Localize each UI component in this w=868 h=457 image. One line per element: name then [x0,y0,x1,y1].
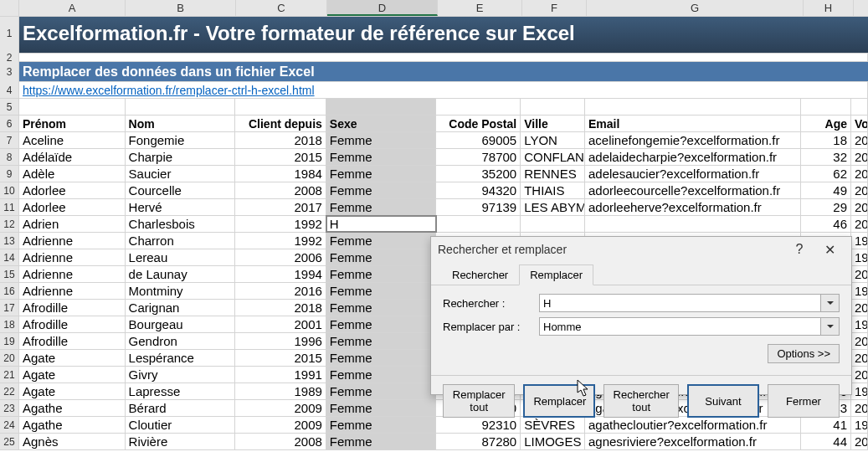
cell[interactable]: 32 [801,149,851,165]
col-header-E[interactable]: E [438,0,522,16]
cell[interactable]: LES ABYMES [521,199,585,215]
cell[interactable]: Lapresse [126,383,236,399]
hdr-ville[interactable]: Ville [521,116,585,131]
cell[interactable]: 2018 [235,300,326,316]
cell[interactable]: 20 [851,333,868,349]
hyperlink[interactable]: https://www.excelformation.fr/remplacer-… [23,84,315,97]
cell[interactable]: 20 [851,149,868,165]
cell[interactable]: Femme [326,434,437,449]
cell[interactable] [801,99,851,115]
cell[interactable]: 19 [851,417,868,433]
replace-all-button[interactable]: Remplacer tout [443,384,515,418]
tab-replace[interactable]: Remplacer [519,264,593,285]
row-header[interactable]: 9 [0,166,19,182]
hdr-nom[interactable]: Nom [126,116,236,131]
hdr-client[interactable]: Client depuis [235,116,326,131]
cell[interactable]: 1992 [235,216,326,232]
cell[interactable]: Agate [19,367,126,383]
cell[interactable]: 20 [851,434,868,449]
row-header-5[interactable]: 5 [0,99,19,115]
cell[interactable]: 1992 [235,233,326,249]
cell[interactable]: 2015 [235,149,326,165]
cell[interactable]: adelaidecharpie?excelformation.fr [585,149,801,165]
cell[interactable]: CONFLANS-S [521,149,585,165]
cell[interactable]: Rivière [126,434,236,449]
cell[interactable]: Femme [326,249,437,265]
cell[interactable]: 19 [851,283,868,299]
row-header[interactable]: 8 [0,149,19,165]
cell[interactable]: 2008 [235,182,326,198]
empty-cell[interactable] [19,54,868,62]
cell[interactable]: 1991 [235,367,326,383]
row-header-4[interactable]: 4 [0,82,19,98]
cell[interactable]: adelesaucier?excelformation.fr [585,166,801,182]
cell[interactable]: Adrienne [19,266,126,282]
cell[interactable]: 44 [801,434,851,449]
cell[interactable]: Femme [326,367,437,383]
cell[interactable]: Adèle [19,166,126,182]
cell[interactable] [235,99,326,115]
cell[interactable]: 20 [851,300,868,316]
row-header[interactable]: 23 [0,400,19,416]
col-header-C[interactable]: C [236,0,327,16]
cell[interactable]: 19 [851,233,868,249]
col-header-G[interactable]: G [587,0,804,16]
cell[interactable] [851,99,868,115]
cell[interactable]: agnesriviere?excelformation.fr [585,434,801,449]
hdr-age[interactable]: Age [801,116,851,131]
cell[interactable]: Adrienne [19,283,126,299]
cell[interactable]: Charron [126,233,236,249]
cell[interactable]: acelinefongemie?excelformation.fr [585,132,801,148]
cell[interactable]: LIMOGES [521,434,585,449]
cell[interactable]: Courcelle [126,182,236,198]
cell[interactable]: Charlesbois [126,216,236,232]
cell[interactable] [326,99,437,115]
cell[interactable]: Adorlee [19,199,126,215]
cell[interactable]: 2008 [235,434,326,449]
close-button[interactable]: Fermer [768,384,840,418]
tab-search[interactable]: Rechercher [441,264,519,285]
cell[interactable]: Femme [326,149,437,165]
cell[interactable] [436,216,521,232]
row-header[interactable]: 13 [0,233,19,249]
cell[interactable]: Adrien [19,216,126,232]
cell[interactable]: 62 [801,166,851,182]
cell[interactable]: THIAIS [521,182,585,198]
page-title[interactable]: Excelformation.fr - Votre formateur de r… [19,17,868,53]
cell[interactable]: Femme [326,383,437,399]
row-header[interactable]: 10 [0,182,19,198]
row-header[interactable]: 25 [0,434,19,449]
cell[interactable]: 87280 [436,434,521,449]
cell[interactable]: Femme [326,350,437,366]
cell[interactable]: Femme [326,182,437,198]
cell[interactable] [126,99,236,115]
row-header[interactable]: 14 [0,249,19,265]
cell[interactable]: 69005 [436,132,521,148]
cell[interactable] [585,99,801,115]
cell[interactable]: 2001 [235,316,326,332]
cell[interactable]: 35200 [436,166,521,182]
cell[interactable]: Adorlee [19,182,126,198]
hdr-cp[interactable]: Code Postal [436,116,521,131]
cell[interactable]: Lereau [126,249,236,265]
cell[interactable]: Femme [326,233,437,249]
cell[interactable]: Femme [326,316,437,332]
cell[interactable]: Afrodille [19,300,126,316]
cell[interactable]: adorleecourcelle?excelformation.fr [585,182,801,198]
cell[interactable]: 97139 [436,199,521,215]
row-header[interactable]: 21 [0,367,19,383]
row-header[interactable]: 16 [0,283,19,299]
dialog-titlebar[interactable]: Rechercher et remplacer ? ✕ [431,237,851,262]
cell[interactable] [436,99,521,115]
cell[interactable]: Carignan [126,300,236,316]
cell[interactable]: adorleeherve?excelformation.fr [585,199,801,215]
cell[interactable]: 20 [851,199,868,215]
row-header[interactable]: 20 [0,350,19,366]
cell[interactable]: 20 [851,216,868,232]
cell[interactable]: Agathe [19,417,126,433]
cell[interactable]: Femme [326,166,437,182]
link-cell[interactable]: https://www.excelformation.fr/remplacer-… [19,82,868,98]
cell[interactable]: Fongemie [126,132,236,148]
cell[interactable]: 94320 [436,182,521,198]
cell[interactable]: Agathe [19,400,126,416]
